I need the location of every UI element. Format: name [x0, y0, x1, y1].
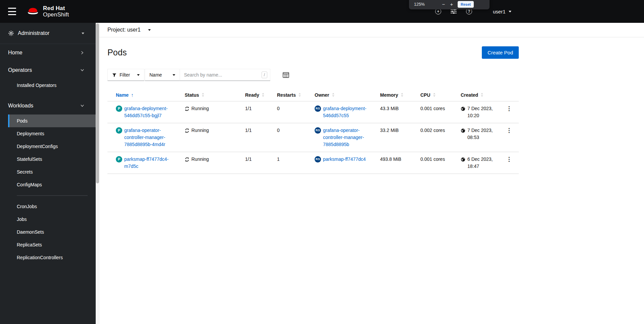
- user-name: user1: [493, 9, 506, 14]
- sidebar-item-workloads[interactable]: Workloads: [0, 97, 96, 114]
- ready-cell: 1/1: [237, 152, 269, 174]
- caret-down-icon: [173, 74, 175, 76]
- project-selector[interactable]: Project: user1: [107, 27, 151, 33]
- sidebar-item-home[interactable]: Home: [0, 44, 96, 61]
- perspective-label: Administrator: [18, 30, 49, 36]
- row-kebab-menu[interactable]: ⋮: [503, 156, 515, 163]
- filter-dropdown[interactable]: Filter: [107, 69, 144, 81]
- pods-page: Pods Create Pod Filter Name: [99, 46, 519, 174]
- sidebar-item-pods[interactable]: Pods: [8, 114, 96, 127]
- pod-name-link[interactable]: grafana-operator-controller-manager-7885…: [124, 127, 174, 148]
- restarts-cell: 0: [269, 123, 306, 152]
- memory-cell: 493.8 MiB: [372, 152, 412, 174]
- sidebar-item-statefulsets[interactable]: StatefulSets: [8, 153, 96, 166]
- globe-icon: [461, 106, 465, 111]
- sort-by-owner-button[interactable]: Owner: [315, 92, 335, 98]
- sidebar-item-operators[interactable]: Operators: [0, 61, 96, 79]
- created-text: 6 Dec 2023, 18:47: [467, 156, 497, 170]
- masthead: Red Hat OpenShift + ? user1: [0, 0, 644, 23]
- sort-by-status-button[interactable]: Status: [185, 92, 204, 98]
- sidebar-item-cronjobs[interactable]: CronJobs: [8, 200, 96, 213]
- pod-badge: P: [116, 127, 122, 134]
- col-cpu: CPU: [420, 92, 430, 98]
- sidebar-item-secrets[interactable]: Secrets: [8, 166, 96, 178]
- pod-name-link[interactable]: grafana-deployment-546dd57c55-bgjl7: [124, 105, 174, 119]
- redhat-fedora-icon: [26, 6, 40, 17]
- main-content: Project: user1 Pods Create Pod Filter: [99, 23, 644, 324]
- openshift-console: Red Hat OpenShift + ? user1 125% − + Res…: [0, 0, 644, 324]
- col-owner: Owner: [315, 92, 329, 98]
- col-restarts: Restarts: [277, 92, 296, 98]
- search-shortcut-hint: /: [262, 72, 267, 78]
- sidebar-item-replicationcontrollers[interactable]: ReplicationControllers: [8, 251, 96, 264]
- caret-down-icon: [137, 74, 140, 76]
- sliders-icon[interactable]: [451, 9, 457, 14]
- sidebar-item-jobs[interactable]: Jobs: [8, 213, 96, 226]
- redhat-openshift-logo: Red Hat OpenShift: [26, 5, 69, 18]
- row-kebab-menu[interactable]: ⋮: [503, 127, 515, 134]
- kebab-column-header: [499, 89, 519, 101]
- owner-link[interactable]: grafana-operator-controller-manager-7885…: [323, 127, 369, 148]
- status-text: Running: [191, 127, 209, 134]
- zoom-out-button[interactable]: −: [440, 1, 448, 8]
- sort-by-name-button[interactable]: Name ↑: [116, 92, 134, 98]
- page-title: Pods: [107, 48, 127, 57]
- sidebar-item-installed-operators[interactable]: Installed Operators: [8, 79, 96, 92]
- sort-both-icon: [201, 93, 204, 97]
- gear-icon: [8, 30, 14, 36]
- created-text: 7 Dec 2023, 08:53: [467, 127, 497, 141]
- owner-link[interactable]: grafana-deployment-546dd57c55: [323, 105, 369, 119]
- search-type-dropdown[interactable]: Name: [145, 69, 180, 81]
- table-row: P grafana-deployment-546dd57c55-bgjl7 Ru…: [107, 101, 519, 123]
- pods-table: Name ↑ Status Ready: [107, 89, 519, 174]
- col-name: Name: [116, 92, 129, 98]
- status-text: Running: [191, 156, 209, 163]
- sort-ascending-icon: ↑: [131, 92, 134, 98]
- zoom-reset-button[interactable]: Reset: [458, 1, 474, 8]
- sidebar-item-replicasets[interactable]: ReplicaSets: [8, 238, 96, 251]
- nav-label: Workloads: [8, 103, 33, 109]
- filter-label: Filter: [120, 72, 130, 78]
- sort-by-memory-button[interactable]: Memory: [380, 92, 404, 98]
- row-kebab-menu[interactable]: ⋮: [503, 105, 515, 112]
- nav-toggle-hamburger-icon[interactable]: [8, 8, 17, 15]
- pod-badge: P: [116, 156, 122, 163]
- owner-link[interactable]: parksmap-ff7477dc4: [323, 156, 366, 163]
- sort-both-icon: [480, 93, 484, 97]
- col-ready: Ready: [245, 92, 259, 98]
- browser-zoom-popup: 125% − + Reset: [409, 0, 490, 9]
- pod-name-link[interactable]: parksmap-ff7477dc4-m7d5c: [124, 156, 174, 170]
- user-menu[interactable]: user1: [493, 9, 511, 14]
- scrollbar-thumb[interactable]: [96, 24, 99, 183]
- sort-by-ready-button[interactable]: Ready: [245, 92, 265, 98]
- caret-down-icon: [82, 33, 84, 34]
- sidebar-item-deployments[interactable]: Deployments: [8, 127, 96, 140]
- nav-label: Operators: [8, 67, 32, 73]
- sidebar-item-configmaps[interactable]: ConfigMaps: [8, 178, 96, 191]
- search-field-wrap: /: [180, 69, 270, 81]
- sidebar-item-deploymentconfigs[interactable]: DeploymentConfigs: [8, 140, 96, 153]
- perspective-switcher[interactable]: Administrator: [0, 23, 96, 44]
- restarts-cell: 0: [269, 101, 306, 123]
- sort-both-icon: [332, 93, 335, 97]
- chevron-right-icon: [80, 51, 84, 55]
- sort-both-icon: [401, 93, 404, 97]
- manage-columns-icon[interactable]: [283, 72, 289, 78]
- brand-text: Red Hat OpenShift: [43, 5, 69, 18]
- nav-divider: [17, 195, 88, 196]
- zoom-in-button[interactable]: +: [448, 1, 456, 8]
- col-memory: Memory: [380, 92, 398, 98]
- search-input[interactable]: [180, 69, 270, 81]
- sort-by-created-button[interactable]: Created: [461, 92, 484, 98]
- sort-both-icon: [262, 93, 265, 97]
- sort-by-cpu-button[interactable]: CPU: [420, 92, 436, 98]
- chevron-down-icon: [80, 68, 84, 72]
- sync-running-icon: [185, 128, 189, 133]
- sort-by-restarts-button[interactable]: Restarts: [277, 92, 301, 98]
- sidebar-item-daemonsets[interactable]: DaemonSets: [8, 226, 96, 238]
- search-type-label: Name: [149, 72, 162, 78]
- col-created: Created: [461, 92, 478, 98]
- create-pod-button[interactable]: Create Pod: [482, 46, 519, 59]
- sync-running-icon: [185, 106, 189, 111]
- sidebar-scrollbar[interactable]: [96, 23, 99, 324]
